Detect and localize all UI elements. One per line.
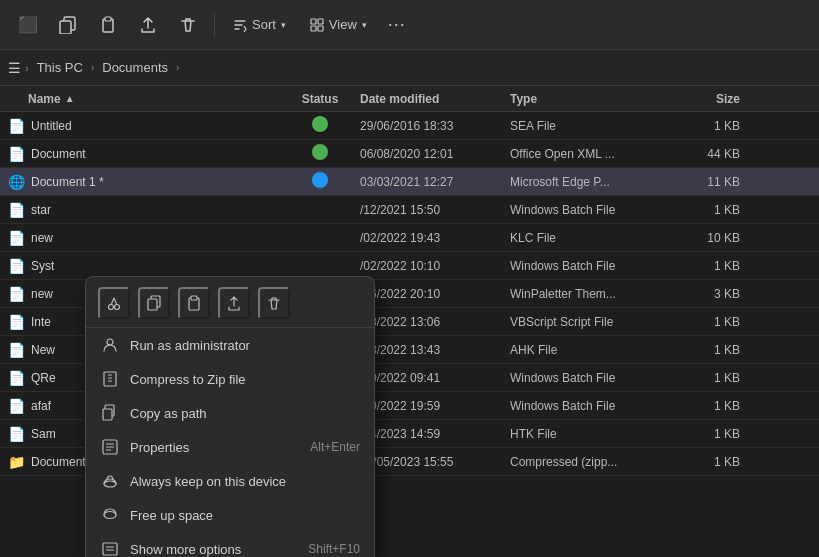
ctx-item-free-space[interactable]: Free up space <box>86 498 374 532</box>
file-name-label: new <box>31 287 53 301</box>
view-label: View <box>329 17 357 32</box>
table-row[interactable]: 📄 star /12/2021 15:50 Windows Batch File… <box>0 196 819 224</box>
file-name-cell: 📄 new <box>0 230 280 246</box>
ctx-free-space-label: Free up space <box>130 508 360 523</box>
share-button[interactable] <box>130 7 166 43</box>
status-green-icon <box>312 144 328 160</box>
ctx-delete-button[interactable] <box>258 287 290 319</box>
column-header-name[interactable]: Name ▲ <box>0 92 280 106</box>
status-blue-icon <box>312 172 328 188</box>
file-type-cell: VBScript Script File <box>510 315 670 329</box>
ctx-cut-button[interactable] <box>98 287 130 319</box>
file-type-cell: Windows Batch File <box>510 399 670 413</box>
ctx-more-options-shortcut: Shift+F10 <box>308 542 360 556</box>
column-header-status[interactable]: Status <box>280 92 360 106</box>
file-name-cell: 📄 Syst <box>0 258 280 274</box>
navigation-icon[interactable]: ☰ <box>8 60 21 76</box>
file-name-label: Documents <box>31 455 92 469</box>
file-list: Name ▲ Status Date modified Type Size 📄 … <box>0 86 819 557</box>
ctx-copy-path-label: Copy as path <box>130 406 360 421</box>
svg-rect-4 <box>311 19 316 24</box>
file-list-header: Name ▲ Status Date modified Type Size <box>0 86 819 112</box>
ctx-paste-button[interactable] <box>178 287 210 319</box>
pane-toggle-button[interactable]: ⬛ <box>10 7 46 43</box>
file-date-cell: /06/2022 20:10 <box>360 287 510 301</box>
file-type-cell: Windows Batch File <box>510 371 670 385</box>
file-name-label: Sam <box>31 427 56 441</box>
file-name-cell: 📄 Document <box>0 146 280 162</box>
copy-button[interactable] <box>50 7 86 43</box>
ctx-item-properties[interactable]: Properties Alt+Enter <box>86 430 374 464</box>
breadcrumb-documents[interactable]: Documents <box>98 58 172 77</box>
file-name-cell: 🌐 Document 1 * <box>0 174 280 190</box>
svg-rect-15 <box>191 296 197 300</box>
delete-button[interactable] <box>170 7 206 43</box>
svg-point-8 <box>109 305 114 310</box>
sort-chevron-icon: ▾ <box>281 20 286 30</box>
file-size-cell: 1 KB <box>670 399 750 413</box>
table-row[interactable]: 📄 new /02/2022 19:43 KLC File 10 KB <box>0 224 819 252</box>
file-size-cell: 10 KB <box>670 231 750 245</box>
ctx-item-run-as-admin[interactable]: Run as administrator <box>86 328 374 362</box>
file-name-label: Untitled <box>31 119 72 133</box>
file-type-cell: KLC File <box>510 231 670 245</box>
svg-rect-6 <box>311 26 316 31</box>
table-row[interactable]: 🌐 Document 1 * 03/03/2021 12:27 Microsof… <box>0 168 819 196</box>
file-icon: 📄 <box>8 342 25 358</box>
file-type-cell: Compressed (zipp... <box>510 455 670 469</box>
file-size-cell: 44 KB <box>670 147 750 161</box>
svg-line-10 <box>111 298 114 305</box>
file-name-label: New <box>31 343 55 357</box>
compress-icon <box>100 369 120 389</box>
table-row[interactable]: 📄 Untitled 29/06/2016 18:33 SEA File 1 K… <box>0 112 819 140</box>
breadcrumb-separator-0: › <box>25 62 29 74</box>
file-type-cell: Office Open XML ... <box>510 147 670 161</box>
file-size-cell: 1 KB <box>670 315 750 329</box>
toolbar: ⬛ Sort ▾ View ▾ ··· <box>0 0 819 50</box>
column-header-date[interactable]: Date modified <box>360 92 510 106</box>
ctx-properties-shortcut: Alt+Enter <box>310 440 360 454</box>
file-type-cell: Microsoft Edge P... <box>510 175 670 189</box>
file-date-cell: 06/08/2020 12:01 <box>360 147 510 161</box>
file-status-cell <box>280 172 360 191</box>
file-status-cell <box>280 144 360 163</box>
view-button[interactable]: View ▾ <box>300 9 377 41</box>
ctx-copy-button[interactable] <box>138 287 170 319</box>
file-date-cell: 29/06/2016 18:33 <box>360 119 510 133</box>
file-icon: 📄 <box>8 118 25 134</box>
svg-rect-1 <box>60 21 71 34</box>
file-size-cell: 1 KB <box>670 119 750 133</box>
file-name-label: star <box>31 203 51 217</box>
breadcrumb-this-pc[interactable]: This PC <box>33 58 87 77</box>
view-chevron-icon: ▾ <box>362 20 367 30</box>
paste-button[interactable] <box>90 7 126 43</box>
file-icon: 📄 <box>8 258 25 274</box>
file-date-cell: /02/2022 19:43 <box>360 231 510 245</box>
file-type-cell: AHK File <box>510 343 670 357</box>
ctx-item-keep-on-device[interactable]: Always keep on this device <box>86 464 374 498</box>
table-row[interactable]: 📄 Document 06/08/2020 12:01 Office Open … <box>0 140 819 168</box>
ctx-share-button[interactable] <box>218 287 250 319</box>
ctx-item-compress[interactable]: Compress to Zip file <box>86 362 374 396</box>
sort-button[interactable]: Sort ▾ <box>223 9 296 41</box>
more-options-button[interactable]: ··· <box>381 9 413 41</box>
file-name-label: afaf <box>31 399 51 413</box>
svg-point-16 <box>107 339 113 345</box>
column-header-type[interactable]: Type <box>510 92 670 106</box>
column-header-size[interactable]: Size <box>670 92 750 106</box>
file-date-cell: /02/2022 10:10 <box>360 259 510 273</box>
file-date-cell: /12/2021 15:50 <box>360 203 510 217</box>
svg-line-11 <box>114 298 117 305</box>
ctx-item-more-options[interactable]: Show more options Shift+F10 <box>86 532 374 557</box>
folder-icon: 📁 <box>8 454 25 470</box>
context-menu: Run as administrator Compress to Zip fil… <box>85 276 375 557</box>
svg-rect-22 <box>103 409 112 420</box>
file-name-label: Document <box>31 147 86 161</box>
file-size-cell: 1 KB <box>670 427 750 441</box>
file-name-label: Syst <box>31 259 54 273</box>
keep-on-device-icon <box>100 471 120 491</box>
file-date-cell: /04/2023 14:59 <box>360 427 510 441</box>
edge-icon: 🌐 <box>8 174 25 190</box>
svg-rect-29 <box>103 543 117 555</box>
ctx-item-copy-path[interactable]: Copy as path <box>86 396 374 430</box>
